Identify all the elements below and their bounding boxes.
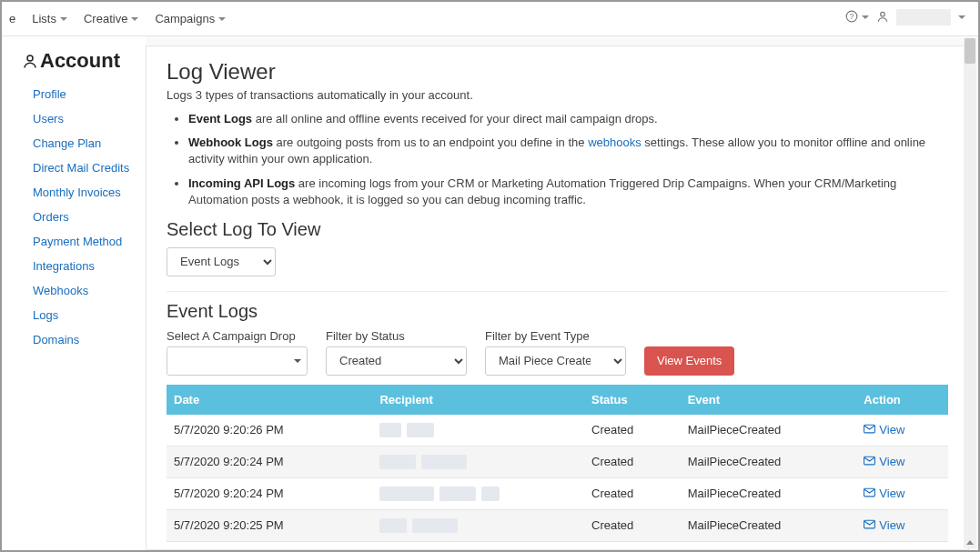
topbar-right: ? [845, 9, 965, 25]
webhooks-link[interactable]: webhooks [588, 135, 642, 149]
cell-recipient [372, 509, 584, 541]
topnav: e Lists Creative Campaigns [9, 12, 226, 25]
caret-icon [131, 17, 138, 21]
table-row: 5/7/2020 9:20:24 PMCreatedMailPieceCreat… [167, 446, 948, 477]
cell-recipient [372, 541, 584, 550]
nav-label: Lists [32, 12, 56, 25]
separator [167, 291, 948, 292]
nav-item-creative[interactable]: Creative [84, 12, 138, 25]
svg-point-3 [27, 55, 33, 61]
user-name-redacted[interactable] [896, 9, 951, 25]
cell-status: Created [584, 477, 681, 509]
campaign-drop-label: Select A Campaign Drop [167, 329, 308, 343]
campaign-drop-select[interactable] [167, 346, 308, 376]
col-recipient: Recipient [372, 385, 584, 415]
nav-item-campaigns[interactable]: Campaigns [155, 12, 226, 25]
svg-point-2 [881, 12, 885, 16]
scroll-down-icon[interactable] [964, 536, 976, 548]
scrollbar-thumb[interactable] [965, 38, 975, 64]
sidebar-item-orders[interactable]: Orders [22, 205, 136, 229]
sidebar-item-domains[interactable]: Domains [22, 327, 136, 352]
mail-icon [864, 455, 875, 468]
status-filter-select[interactable]: Created [326, 346, 467, 376]
col-event: Event [681, 385, 857, 415]
cell-date: 5/7/2020 9:20:24 PM [167, 446, 372, 477]
sidebar-item-monthly-invoices[interactable]: Monthly Invoices [22, 180, 136, 205]
cell-event: MailPieceCreated [681, 541, 857, 550]
cell-recipient [372, 446, 584, 477]
cell-date: 5/7/2020 9:20:26 PM [167, 415, 372, 447]
user-icon[interactable] [876, 10, 889, 25]
cell-action: View [856, 541, 948, 550]
sidebar-item-direct-mail-credits[interactable]: Direct Mail Credits [22, 156, 136, 180]
caret-icon [218, 17, 226, 21]
col-date: Date [167, 385, 372, 415]
sidebar-item-payment-method[interactable]: Payment Method [22, 229, 136, 254]
col-status: Status [584, 385, 681, 415]
sidebar-item-logs[interactable]: Logs [22, 303, 136, 327]
sidebar-title: Account [22, 49, 136, 73]
bullet-api-logs: Incoming API Logs are incoming logs from… [188, 176, 948, 208]
cell-action: View [856, 446, 948, 477]
mail-icon [864, 487, 875, 500]
cell-date: 5/7/2020 9:20:24 PM [167, 477, 372, 509]
nav-item-partial[interactable]: e [9, 12, 15, 25]
nav-label: Creative [84, 12, 127, 25]
caret-icon [862, 15, 869, 19]
sidebar-item-change-plan[interactable]: Change Plan [22, 131, 136, 156]
help-icon: ? [845, 10, 858, 25]
table-row: 5/7/2020 9:20:26 PMCreatedMailPieceCreat… [167, 415, 948, 447]
view-link[interactable]: View [864, 455, 904, 468]
bullet-webhook-logs: Webhook Logs are outgoing posts from us … [188, 135, 948, 167]
table-row: 5/7/2020 9:20:24 PMCreatedMailPieceCreat… [167, 541, 948, 550]
main-panel: Log Viewer Logs 3 types of transactions … [146, 45, 969, 550]
page-title: Log Viewer [167, 59, 948, 85]
view-link[interactable]: View [864, 518, 904, 532]
vertical-scrollbar[interactable] [964, 38, 976, 548]
view-link[interactable]: View [864, 487, 904, 500]
caret-icon [958, 15, 965, 19]
cell-event: MailPieceCreated [681, 446, 857, 477]
view-events-button[interactable]: View Events [644, 346, 734, 376]
filters: Select A Campaign Drop Filter by Status … [167, 329, 948, 376]
mail-icon [864, 423, 875, 437]
nav-item-lists[interactable]: Lists [32, 12, 67, 25]
cell-recipient [372, 477, 584, 509]
cell-status: Created [584, 415, 681, 447]
event-logs-heading: Event Logs [167, 301, 948, 322]
cell-recipient [372, 415, 584, 447]
sidebar: Account Profile Users Change Plan Direct… [2, 36, 146, 550]
page-intro: Logs 3 types of transactions automatical… [167, 88, 948, 102]
cell-event: MailPieceCreated [681, 477, 857, 509]
sidebar-item-users[interactable]: Users [22, 106, 136, 131]
cell-status: Created [584, 509, 681, 541]
account-icon [22, 53, 38, 69]
svg-text:?: ? [850, 12, 854, 20]
col-action: Action [856, 385, 948, 415]
nav-label: Campaigns [155, 12, 215, 25]
view-link[interactable]: View [864, 423, 904, 437]
status-filter-label: Filter by Status [326, 329, 467, 343]
mail-icon [864, 518, 875, 532]
cell-status: Created [584, 541, 681, 550]
event-type-filter-label: Filter by Event Type [485, 329, 626, 343]
cell-action: View [856, 415, 948, 447]
select-log-type[interactable]: Event Logs [167, 247, 276, 276]
cell-date: 5/7/2020 9:20:25 PM [167, 509, 372, 541]
topbar: e Lists Creative Campaigns ? [2, 2, 978, 36]
caret-icon [60, 17, 67, 21]
event-log-table: Date Recipient Status Event Action 5/7/2… [167, 385, 948, 550]
table-row: 5/7/2020 9:20:25 PMCreatedMailPieceCreat… [167, 509, 948, 541]
cell-status: Created [584, 446, 681, 477]
sidebar-item-webhooks[interactable]: Webhooks [22, 278, 136, 303]
bullet-event-logs: Event Logs are all online and offline ev… [188, 111, 948, 127]
cell-date: 5/7/2020 9:20:24 PM [167, 541, 372, 550]
sidebar-item-profile[interactable]: Profile [22, 82, 136, 106]
cell-action: View [856, 477, 948, 509]
cell-event: MailPieceCreated [681, 509, 857, 541]
select-log-heading: Select Log To View [167, 219, 948, 240]
table-row: 5/7/2020 9:20:24 PMCreatedMailPieceCreat… [167, 477, 948, 509]
sidebar-item-integrations[interactable]: Integrations [22, 254, 136, 278]
help-menu[interactable]: ? [845, 10, 869, 25]
event-type-filter-select[interactable]: Mail Piece Created [485, 346, 626, 376]
